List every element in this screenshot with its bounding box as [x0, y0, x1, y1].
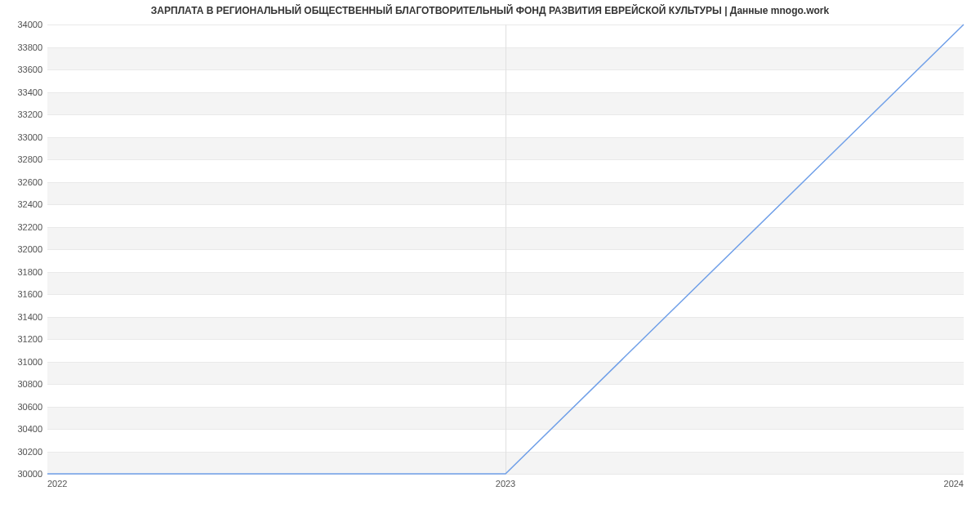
y-tick-label: 32600 — [8, 177, 42, 187]
y-tick-label: 34000 — [8, 20, 42, 29]
y-tick-label: 30000 — [8, 469, 42, 479]
y-tick-label: 30800 — [8, 379, 42, 389]
y-tick-label: 33800 — [8, 42, 42, 52]
series-path — [47, 25, 964, 474]
x-tick-label: 2023 — [496, 479, 515, 489]
salary-line-chart: ЗАРПЛАТА В РЕГИОНАЛЬНЫЙ ОБЩЕСТВЕННЫЙ БЛА… — [0, 0, 980, 506]
y-tick-label: 31000 — [8, 357, 42, 367]
chart-title: ЗАРПЛАТА В РЕГИОНАЛЬНЫЙ ОБЩЕСТВЕННЫЙ БЛА… — [0, 5, 980, 16]
plot-area: 3000030200304003060030800310003120031400… — [47, 25, 964, 475]
y-tick-label: 32400 — [8, 199, 42, 209]
y-tick-label: 31200 — [8, 334, 42, 344]
y-tick-label: 30600 — [8, 402, 42, 412]
y-tick-label: 33400 — [8, 87, 42, 97]
y-tick-label: 32200 — [8, 222, 42, 232]
line-series — [47, 25, 964, 474]
y-tick-label: 33600 — [8, 65, 42, 74]
y-tick-label: 33200 — [8, 109, 42, 119]
y-tick-label: 32000 — [8, 244, 42, 254]
y-tick-label: 32800 — [8, 154, 42, 164]
y-tick-label: 31600 — [8, 289, 42, 299]
x-tick-label: 2024 — [944, 479, 964, 489]
y-tick-label: 30200 — [8, 447, 42, 457]
y-tick-label: 31800 — [8, 267, 42, 277]
y-tick-label: 30400 — [8, 424, 42, 434]
y-tick-label: 31400 — [8, 312, 42, 322]
y-tick-label: 33000 — [8, 132, 42, 142]
x-tick-label: 2022 — [47, 479, 67, 489]
